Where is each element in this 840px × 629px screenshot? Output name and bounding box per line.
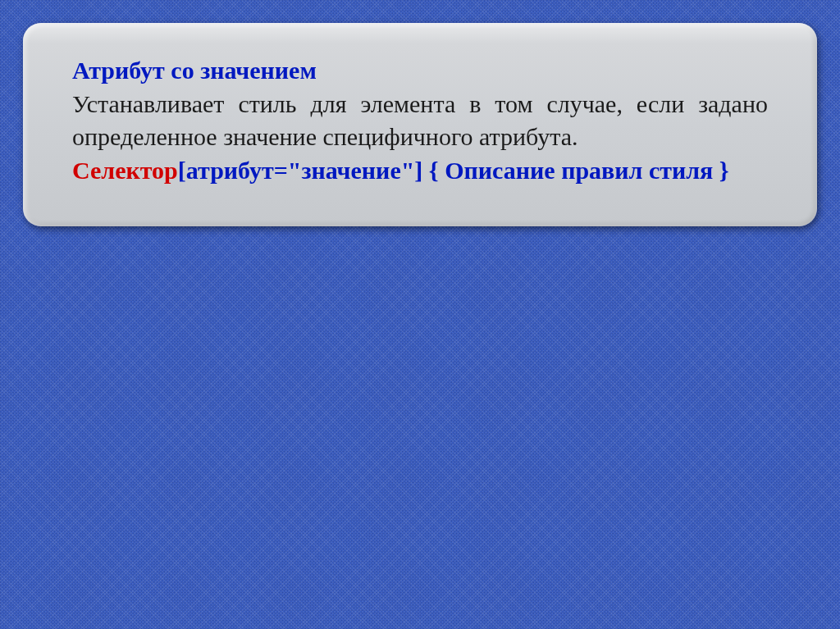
syntax-line: Селектор[атрибут="значение"] { Описание … bbox=[72, 154, 768, 188]
syntax-selector: Селектор bbox=[72, 157, 178, 184]
slide-heading: Атрибут со значением bbox=[72, 54, 768, 88]
slide-card: Атрибут со значением Устанавливает стиль… bbox=[23, 23, 817, 226]
slide-description: Устанавливает стиль для элемента в том с… bbox=[72, 88, 768, 154]
syntax-rest: [атрибут="значение"] { Описание правил с… bbox=[178, 157, 729, 184]
